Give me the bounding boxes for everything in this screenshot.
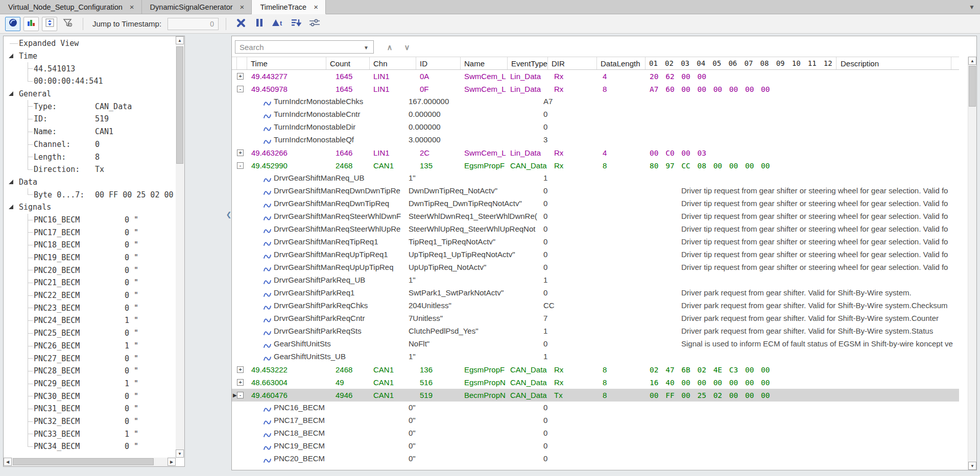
trace-signal-row[interactable]: PNC16_BECM0"0 bbox=[232, 402, 959, 414]
sidebar-hscroll-thumb[interactable] bbox=[13, 458, 154, 465]
tree-item[interactable]: PNC19_BECM0 " bbox=[4, 252, 176, 264]
trace-frame-row[interactable]: +49.4532222468CAN1136EgsmPropFCAN_DataRx… bbox=[232, 363, 959, 376]
tree-item[interactable]: PNC26_BECM1 " bbox=[4, 340, 176, 353]
column-header-chn[interactable]: Chn bbox=[370, 57, 416, 69]
tree-item[interactable]: PNC23_BECM0 " bbox=[4, 302, 176, 314]
pause-button[interactable] bbox=[252, 17, 267, 31]
column-header-time[interactable]: Time bbox=[247, 57, 326, 69]
trace-signal-row[interactable]: PNC17_BECM0"0 bbox=[232, 414, 959, 427]
tree-item[interactable]: Name:CAN1 bbox=[4, 126, 176, 138]
panel-splitter[interactable]: ❮ bbox=[226, 36, 231, 467]
sidebar-vscroll-thumb[interactable] bbox=[176, 46, 183, 164]
column-header-description[interactable]: Description bbox=[836, 57, 951, 69]
column-header-hex-bytes[interactable]: 010203040506070809101112 bbox=[646, 57, 836, 69]
trace-signal-row[interactable]: DrvrGearShiftManReqUpUpTipReqUpUpTipReq_… bbox=[232, 261, 959, 274]
scroll-down-icon[interactable]: ▼ bbox=[968, 462, 976, 470]
trace-frame-row[interactable]: -49.4529902468CAN1135EgsmPropFCAN_DataRx… bbox=[232, 159, 959, 172]
tab-timelinetrace[interactable]: TimelineTrace× bbox=[252, 0, 326, 14]
jump-to-timestamp-input[interactable] bbox=[168, 18, 219, 30]
expand-plus-icon[interactable]: + bbox=[237, 73, 244, 80]
tab-close-icon[interactable]: × bbox=[130, 3, 134, 11]
tree-item[interactable]: Length:8 bbox=[4, 151, 176, 163]
trace-frame-row[interactable]: +49.4432771645LIN10ASwmCem_LLin_DataRx42… bbox=[232, 70, 959, 83]
trace-signal-row[interactable]: DrvrGearShiftParkReq_UB1"1 bbox=[232, 274, 959, 287]
trace-signal-row[interactable]: TurnIndcrMonostableChks167.000000A7 bbox=[232, 95, 959, 108]
scroll-down-icon[interactable]: ▼ bbox=[176, 449, 184, 458]
tree-item[interactable]: PNC28_BECM0 " bbox=[4, 365, 176, 378]
trace-signal-row[interactable]: DrvrGearShiftManReqDwnDwnTipReDwnDwnTipR… bbox=[232, 185, 959, 197]
scroll-left-icon[interactable]: ◀ bbox=[4, 458, 12, 466]
trigger-time-button[interactable]: t bbox=[270, 17, 285, 31]
scroll-up-icon[interactable]: ▲ bbox=[968, 57, 976, 65]
tree-item[interactable]: PNC22_BECM0 " bbox=[4, 289, 176, 302]
trace-vscroll-thumb[interactable] bbox=[969, 66, 976, 107]
tree-item[interactable]: PNC24_BECM1 " bbox=[4, 314, 176, 327]
trace-signal-row[interactable]: PNC19_BECM0"0 bbox=[232, 440, 959, 453]
tree-expanded-icon[interactable] bbox=[9, 91, 13, 96]
trace-frame-row[interactable]: ▶-49.4604764946CAN1519BecmPropNCAN_DataT… bbox=[232, 389, 959, 402]
trace-signal-row[interactable]: DrvrGearShiftManReqSteerWhlDwnFSteerWhlD… bbox=[232, 210, 959, 223]
trace-signal-row[interactable]: DrvrGearShiftManReqDwnTipReqDwnTipReq_Dw… bbox=[232, 197, 959, 210]
sidebar-vertical-scrollbar[interactable]: ▲ ▼ bbox=[176, 36, 184, 458]
collapse-minus-icon[interactable]: - bbox=[237, 392, 244, 398]
tree-item[interactable]: Direction:Tx bbox=[4, 163, 176, 176]
tree-expanded-icon[interactable] bbox=[9, 54, 13, 58]
tab-close-icon[interactable]: × bbox=[240, 3, 245, 11]
collapse-minus-icon[interactable]: - bbox=[237, 86, 244, 92]
tree-item[interactable]: PNC27_BECM0 " bbox=[4, 352, 176, 365]
sidebar-horizontal-scrollbar[interactable]: ◀ ▶ bbox=[4, 458, 176, 466]
tree-item[interactable]: PNC32_BECM0 " bbox=[4, 415, 176, 428]
tree-item[interactable]: PNC16_BECM0 " bbox=[4, 214, 176, 227]
tree-item[interactable]: PNC29_BECM1 " bbox=[4, 378, 176, 390]
trace-signal-row[interactable]: DrvrGearShiftManReqSteerWhlUpReSteerWhlU… bbox=[232, 223, 959, 236]
expand-plus-icon[interactable]: + bbox=[237, 149, 244, 156]
trace-frame-row[interactable]: +49.4632661646LIN12CSwmCem_LLin_DataRx40… bbox=[232, 146, 959, 159]
tree-item[interactable]: 00:00:00:44:541 bbox=[4, 75, 176, 88]
tree-item[interactable]: PNC34_BECM0 " bbox=[4, 440, 176, 453]
column-header-dir[interactable]: DIR bbox=[548, 57, 597, 69]
tree-item[interactable]: Byte 0...7:00 FF 00 25 02 00 00 00 bbox=[4, 188, 176, 201]
tree-section-data[interactable]: Data bbox=[4, 176, 176, 189]
trace-signal-row[interactable]: DrvrGearShiftManReqUpTipReq1UpTipReq1_Up… bbox=[232, 248, 959, 261]
tree-item[interactable]: PNC25_BECM0 " bbox=[4, 327, 176, 340]
tree-item[interactable]: PNC18_BECM0 " bbox=[4, 239, 176, 252]
tab-virtual_node_setup_configuration[interactable]: Virtual_Node_Setup_Configuration× bbox=[0, 0, 142, 14]
search-dropdown-caret-icon[interactable]: ▼ bbox=[364, 45, 369, 51]
scroll-right-icon[interactable]: ▶ bbox=[168, 458, 176, 466]
tab-dynamicsignalgenerator[interactable]: DynamicSignalGenerator× bbox=[142, 0, 252, 14]
tree-section-time[interactable]: Time bbox=[4, 50, 176, 63]
tree-item[interactable]: PNC17_BECM0 " bbox=[4, 226, 176, 239]
statistics-button[interactable] bbox=[23, 17, 39, 31]
collapse-minus-icon[interactable]: - bbox=[237, 162, 244, 169]
scroll-up-icon[interactable]: ▲ bbox=[176, 36, 184, 44]
tree-section-signals[interactable]: Signals bbox=[4, 201, 176, 214]
trace-signal-row[interactable]: TurnIndcrMonostableQf3.0000003 bbox=[232, 134, 959, 146]
trace-vertical-scrollbar[interactable]: ▲ ▼ bbox=[968, 57, 976, 470]
find-previous-button[interactable]: ∧ bbox=[383, 41, 396, 54]
trace-signal-row[interactable]: GearShiftUnitSts_UB1"1 bbox=[232, 350, 959, 363]
trace-signal-row[interactable]: DrvrGearShiftManReqTipReq1TipReq1_TipReq… bbox=[232, 236, 959, 248]
tree-item[interactable]: Channel:0 bbox=[4, 138, 176, 151]
trace-signal-row[interactable]: DrvrGearShiftParkReq1SwtPark1_SwtParkNot… bbox=[232, 287, 959, 299]
trace-signal-row[interactable]: PNC20_BECM0"0 bbox=[232, 453, 959, 465]
search-input[interactable] bbox=[235, 40, 374, 54]
tree-item[interactable]: PNC20_BECM0 " bbox=[4, 264, 176, 277]
tree-item[interactable]: PNC31_BECM0 " bbox=[4, 403, 176, 415]
tree-item[interactable]: 44.541013 bbox=[4, 62, 176, 75]
clear-trace-button[interactable] bbox=[233, 17, 249, 31]
tree-item[interactable]: PNC33_BECM1 " bbox=[4, 428, 176, 440]
trace-view-mode-button[interactable] bbox=[5, 17, 20, 31]
expand-plus-icon[interactable]: + bbox=[237, 379, 244, 386]
tree-item[interactable]: PNC30_BECM0 " bbox=[4, 390, 176, 403]
collapse-panel-chevron-icon[interactable]: ❮ bbox=[226, 204, 231, 224]
filter-button[interactable] bbox=[60, 17, 76, 31]
tree-section-general[interactable]: General bbox=[4, 88, 176, 101]
trace-signal-row[interactable]: DrvrGearShiftParkReqStsClutchPedlPsd_Yes… bbox=[232, 325, 959, 338]
tab-list-chevron-icon[interactable]: ▼ bbox=[969, 4, 975, 11]
trace-signal-row[interactable]: GearShiftUnitStsNoFlt"0Signal is used to… bbox=[232, 338, 959, 350]
column-header-eventtype[interactable]: EventType bbox=[508, 57, 548, 69]
trace-signal-row[interactable]: DrvrGearShiftParkReqChks204Unitless"CCDr… bbox=[232, 299, 959, 312]
column-header-name[interactable]: Name bbox=[461, 57, 508, 69]
trace-signal-row[interactable]: TurnIndcrMonostableDir0.0000000 bbox=[232, 121, 959, 134]
sort-button[interactable] bbox=[289, 17, 304, 31]
